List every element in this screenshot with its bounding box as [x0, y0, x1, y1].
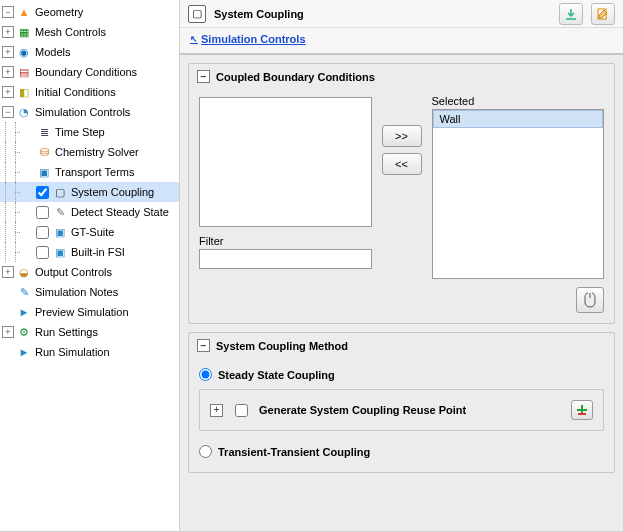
tree-item[interactable]: ▣GT-Suite — [0, 222, 179, 242]
tree-item-label: Transport Terms — [55, 166, 134, 178]
tree-item-checkbox[interactable] — [36, 246, 49, 259]
remove-button[interactable]: << — [382, 153, 422, 175]
collapse-button[interactable]: − — [197, 70, 210, 83]
expand-button[interactable]: + — [210, 404, 223, 417]
tree-item[interactable]: ►Preview Simulation — [0, 302, 179, 322]
breadcrumb-link[interactable]: ↖ Simulation Controls — [190, 33, 306, 45]
list-item[interactable]: Wall — [433, 110, 604, 128]
move-buttons: >> << — [382, 95, 422, 175]
radio-label: Transient-Transient Coupling — [218, 446, 370, 458]
tree-item[interactable]: ≣Time Step — [0, 122, 179, 142]
selected-label: Selected — [432, 95, 605, 107]
tree-item[interactable]: ►Run Simulation — [0, 342, 179, 362]
reuse-point-action-icon[interactable] — [571, 400, 593, 420]
collapse-icon[interactable]: − — [2, 106, 14, 118]
tree-item[interactable]: ✎Detect Steady State — [0, 202, 179, 222]
expander-placeholder — [22, 126, 34, 138]
collapse-button[interactable]: − — [197, 339, 210, 352]
tree-item[interactable]: ⛁Chemistry Solver — [0, 142, 179, 162]
tree-item-label: Boundary Conditions — [35, 66, 137, 78]
tree-item-checkbox[interactable] — [36, 186, 49, 199]
chemistry-solver-icon: ⛁ — [36, 144, 52, 160]
tree-item[interactable]: +▦Mesh Controls — [0, 22, 179, 42]
group-system-coupling-method: − System Coupling Method Steady State Co… — [188, 332, 615, 473]
simulation-notes-icon: ✎ — [16, 284, 32, 300]
available-listbox[interactable] — [199, 97, 372, 227]
filter-label: Filter — [199, 235, 372, 247]
tree-item-label: Simulation Notes — [35, 286, 118, 298]
gt-suite-icon: ▣ — [52, 224, 68, 240]
collapse-icon[interactable]: − — [2, 6, 14, 18]
boundary-conditions-icon: ▤ — [16, 64, 32, 80]
selected-listbox[interactable]: Wall — [432, 109, 605, 279]
run-simulation-icon: ► — [16, 344, 32, 360]
tree-item[interactable]: +▤Boundary Conditions — [0, 62, 179, 82]
expand-icon[interactable]: + — [2, 266, 14, 278]
transport-terms-icon: ▣ — [36, 164, 52, 180]
tree-item[interactable]: +◒Output Controls — [0, 262, 179, 282]
expander-placeholder — [22, 186, 34, 198]
radio-transient[interactable]: Transient-Transient Coupling — [199, 441, 604, 462]
tree-item-label: Chemistry Solver — [55, 146, 139, 158]
up-arrow-icon: ↖ — [190, 34, 198, 44]
pick-in-viewport-button[interactable] — [576, 287, 604, 313]
expand-icon[interactable]: + — [2, 86, 14, 98]
main-panel: ▢ System Coupling ↖ Simulation Controls … — [180, 0, 623, 531]
reuse-point-subgroup: + Generate System Coupling Reuse Point — [199, 389, 604, 431]
group-header-cbc: − Coupled Boundary Conditions — [189, 64, 614, 89]
tree-item-label: Simulation Controls — [35, 106, 130, 118]
radio-transient-input[interactable] — [199, 445, 212, 458]
expander-placeholder — [2, 286, 14, 298]
time-step-icon: ≣ — [36, 124, 52, 140]
tree-item-label: Detect Steady State — [71, 206, 169, 218]
detect-steady-state-icon: ✎ — [52, 204, 68, 220]
expander-placeholder — [22, 246, 34, 258]
tree-item-checkbox[interactable] — [36, 226, 49, 239]
tree-item[interactable]: −▲Geometry — [0, 2, 179, 22]
expand-icon[interactable]: + — [2, 26, 14, 38]
tree-item[interactable]: ▣Transport Terms — [0, 162, 179, 182]
expand-icon[interactable]: + — [2, 66, 14, 78]
filter-input[interactable] — [199, 249, 372, 269]
radio-steady-state[interactable]: Steady State Coupling — [199, 364, 604, 385]
tree-item[interactable]: +◉Models — [0, 42, 179, 62]
mesh-controls-icon: ▦ — [16, 24, 32, 40]
built-in-fsi-icon: ▣ — [52, 244, 68, 260]
initial-conditions-icon: ◧ — [16, 84, 32, 100]
tree-item[interactable]: ▣Built-in FSI — [0, 242, 179, 262]
tree-item-label: Output Controls — [35, 266, 112, 278]
tree-item-label: Geometry — [35, 6, 83, 18]
radio-steady-input[interactable] — [199, 368, 212, 381]
tree-item-label: Initial Conditions — [35, 86, 116, 98]
tree-item-label: System Coupling — [71, 186, 154, 198]
navigation-tree[interactable]: −▲Geometry+▦Mesh Controls+◉Models+▤Bound… — [0, 0, 180, 531]
expand-icon[interactable]: + — [2, 46, 14, 58]
system-coupling-icon: ▢ — [52, 184, 68, 200]
expander-placeholder — [22, 146, 34, 158]
reuse-point-checkbox[interactable] — [235, 404, 248, 417]
tree-item-label: Models — [35, 46, 70, 58]
tree-item[interactable]: ✎Simulation Notes — [0, 282, 179, 302]
tree-item-checkbox[interactable] — [36, 206, 49, 219]
geometry-icon: ▲ — [16, 4, 32, 20]
tree-item-label: GT-Suite — [71, 226, 114, 238]
expander-placeholder — [2, 306, 14, 318]
run-settings-icon: ⚙ — [16, 324, 32, 340]
group-title: System Coupling Method — [216, 340, 348, 352]
tree-item[interactable]: +◧Initial Conditions — [0, 82, 179, 102]
tree-item[interactable]: +⚙Run Settings — [0, 322, 179, 342]
edit-button[interactable] — [591, 3, 615, 25]
panel-header: ▢ System Coupling — [180, 0, 623, 28]
output-controls-icon: ◒ — [16, 264, 32, 280]
expander-placeholder — [22, 206, 34, 218]
tree-item[interactable]: ▢System Coupling — [0, 182, 179, 202]
group-header-method: − System Coupling Method — [189, 333, 614, 358]
tree-item-label: Preview Simulation — [35, 306, 129, 318]
expand-icon[interactable]: + — [2, 326, 14, 338]
import-button[interactable] — [559, 3, 583, 25]
app-root: −▲Geometry+▦Mesh Controls+◉Models+▤Bound… — [0, 0, 624, 532]
breadcrumb-bar: ↖ Simulation Controls — [180, 28, 623, 55]
tree-item[interactable]: −◔Simulation Controls — [0, 102, 179, 122]
add-button[interactable]: >> — [382, 125, 422, 147]
simulation-controls-icon: ◔ — [16, 104, 32, 120]
